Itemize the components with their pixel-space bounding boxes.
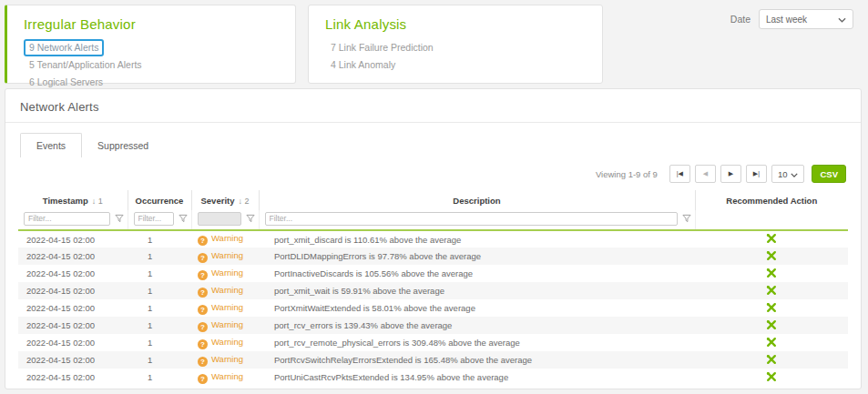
filter-row [18,210,848,230]
recommended-action-tools-icon[interactable] [766,354,777,367]
recommended-action-cell [695,334,848,351]
column-header-recommended-action[interactable]: Recommended Action [695,190,848,210]
recommended-action-tools-icon[interactable] [766,319,777,332]
prev-page-button[interactable]: ◀ [695,165,716,183]
first-page-button[interactable]: |◀ [669,165,690,183]
timestamp-cell: 2022-04-15 02:00 [18,248,128,265]
table-row[interactable]: 2022-04-15 02:00 1 ?Warning port_xmit_di… [18,230,848,248]
recommended-action-cell [695,299,848,317]
timestamp-cell: 2022-04-15 02:00 [18,351,128,369]
chevron-down-icon [791,169,798,179]
table-row[interactable]: 2022-04-15 02:00 1 ?Warning PortInactive… [18,265,848,282]
occurrence-cell: 1 [128,369,191,386]
alerts-table: Timestamp↓ 1 Occurrence Severity↓ 2 Desc… [18,190,848,386]
table-row[interactable]: 2022-04-15 02:00 1 ?Warning port_rcv_rem… [18,334,848,351]
sort-indicator: ↓ 1 [92,197,103,206]
timestamp-cell: 2022-04-15 02:00 [18,265,128,282]
severity-cell: ?Warning [191,334,259,351]
table-row[interactable]: 2022-04-15 02:00 1 ?Warning port_rcv_err… [18,317,848,334]
filter-funnel-icon[interactable] [682,214,691,223]
csv-export-button[interactable]: CSV [812,165,846,183]
description-cell: PortDLIDMappingErrors is 97.78% above th… [259,248,695,265]
occurrence-cell: 1 [128,334,191,351]
filter-funnel-icon[interactable] [115,214,124,223]
irregular-behavior-card: Irregular Behavior 9 Network Alerts 5 Te… [5,5,296,84]
table-row[interactable]: 2022-04-15 02:00 1 ?Warning PortDLIDMapp… [18,248,848,265]
occurrence-cell: 1 [128,265,191,282]
recommended-action-tools-icon[interactable] [766,371,777,384]
severity-warning-icon: ? [198,253,208,263]
last-page-button[interactable]: ▶| [746,165,767,183]
recommended-action-tools-icon[interactable] [766,285,777,298]
column-header-description[interactable]: Description [259,190,695,210]
severity-cell: ?Warning [191,317,259,334]
panel-title: Network Alerts [5,89,861,122]
occurrence-cell: 1 [128,299,191,317]
tab-suppressed[interactable]: Suppressed [82,134,164,157]
recommended-action-cell [695,248,848,265]
severity-cell: ?Warning [191,230,259,248]
description-cell: PortRcvSwitchRelayErrorsExtended is 165.… [259,351,695,369]
card-item-link-failure-prediction[interactable]: 7 Link Failure Prediction [325,39,586,56]
description-cell: port_xmit_wait is 59.91% above the avera… [259,282,695,299]
severity-cell: ?Warning [191,299,259,317]
recommended-action-cell [695,282,848,299]
occurrence-cell: 1 [128,282,191,299]
occurrence-cell: 1 [128,230,191,248]
header-row: Timestamp↓ 1 Occurrence Severity↓ 2 Desc… [18,190,848,210]
card-item-tenant-application-alerts[interactable]: 5 Tenant/Application Alerts [24,56,279,74]
recommended-action-cell [695,265,848,282]
date-range-value: Last week [766,15,807,25]
description-cell: PortUniCastRcvPktsExtended is 134.95% ab… [259,369,695,386]
link-analysis-title: Link Analysis [325,16,586,32]
occurrence-filter-input[interactable] [134,212,174,226]
severity-warning-icon: ? [198,270,208,280]
tab-events[interactable]: Events [20,133,82,157]
severity-cell: ?Warning [191,248,259,265]
table-body: 2022-04-15 02:00 1 ?Warning port_xmit_di… [18,230,848,386]
link-analysis-card: Link Analysis 7 Link Failure Prediction … [308,5,603,84]
table-row[interactable]: 2022-04-15 02:00 1 ?Warning PortXmitWait… [18,299,848,317]
table-row[interactable]: 2022-04-15 02:00 1 ?Warning PortRcvSwitc… [18,351,848,369]
timestamp-cell: 2022-04-15 02:00 [18,282,128,299]
column-header-timestamp[interactable]: Timestamp↓ 1 [18,190,128,210]
dashboard-page: Irregular Behavior 9 Network Alerts 5 Te… [0,0,868,394]
recommended-action-tools-icon[interactable] [766,233,777,246]
card-item-link-anomaly[interactable]: 4 Link Anomaly [325,56,586,74]
column-header-occurrence[interactable]: Occurrence [128,190,191,210]
table-row[interactable]: 2022-04-15 02:00 1 ?Warning PortUniCastR… [18,369,848,386]
description-filter-input[interactable] [265,212,678,226]
viewing-count: Viewing 1-9 of 9 [596,169,658,179]
timestamp-filter-input[interactable] [24,212,110,226]
page-size-value: 10 [778,169,788,179]
occurrence-cell: 1 [128,248,191,265]
recommended-action-cell [695,230,848,248]
timestamp-cell: 2022-04-15 02:00 [18,299,128,317]
card-item-network-alerts[interactable]: 9 Network Alerts [24,39,279,56]
next-page-button[interactable]: ▶ [720,165,741,183]
description-cell: PortXmitWaitExtended is 58.01% above the… [259,299,695,317]
description-cell: port_rcv_errors is 139.43% above the ave… [259,317,695,334]
column-header-severity[interactable]: Severity↓ 2 [191,190,259,210]
network-alerts-panel: Network Alerts Events Suppressed Viewing… [5,88,862,389]
severity-filter-input[interactable] [198,212,241,226]
timestamp-cell: 2022-04-15 02:00 [18,369,128,386]
recommended-action-tools-icon[interactable] [766,337,777,349]
description-cell: port_rcv_remote_physical_errors is 309.4… [259,334,695,351]
date-range-select[interactable]: Last week [759,9,853,29]
recommended-action-tools-icon[interactable] [766,250,777,263]
description-cell: PortInactiveDiscards is 105.56% above th… [259,265,695,282]
severity-warning-icon: ? [198,288,208,298]
filter-funnel-icon[interactable] [246,214,255,223]
severity-warning-icon: ? [198,339,208,349]
recommended-action-tools-icon[interactable] [766,268,777,280]
page-size-select[interactable]: 10 [771,165,805,183]
timestamp-cell: 2022-04-15 02:00 [18,230,128,248]
tab-bar: Events Suppressed [5,123,861,157]
occurrence-cell: 1 [128,317,191,334]
recommended-action-tools-icon[interactable] [766,302,777,315]
table-row[interactable]: 2022-04-15 02:00 1 ?Warning port_xmit_wa… [18,282,848,299]
sort-indicator: ↓ 2 [238,197,249,206]
filter-funnel-icon[interactable] [179,214,188,223]
occurrence-cell: 1 [128,351,191,369]
